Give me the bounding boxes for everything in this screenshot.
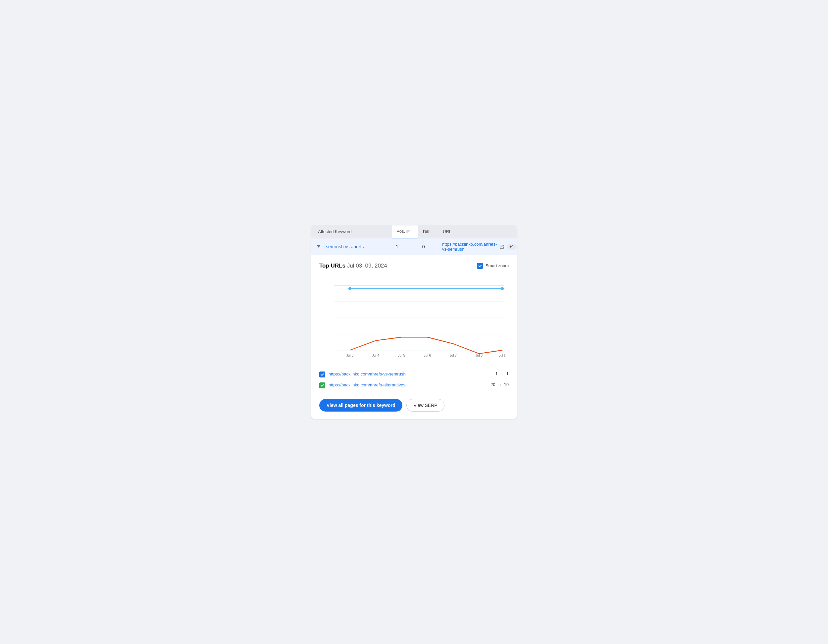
view-all-pages-button[interactable]: View all pages for this keyword [319, 399, 402, 412]
arrow-right-icon-1: → [500, 371, 504, 376]
smart-zoom-control[interactable]: Smart zoom [477, 263, 509, 269]
legend-pos-2: 20 → 19 [491, 382, 509, 387]
svg-text:Jul 4: Jul 4 [372, 353, 379, 357]
chart-title-row: Top URLs Jul 03–09, 2024 Smart zoom [319, 263, 509, 269]
svg-point-17 [348, 287, 351, 290]
legend-checkbox-green[interactable] [319, 382, 325, 389]
sort-icon [406, 230, 410, 232]
svg-text:Jul 7: Jul 7 [449, 353, 457, 357]
svg-text:Jul 3: Jul 3 [346, 353, 353, 357]
expand-cell[interactable] [311, 245, 326, 248]
svg-text:Jul 9: Jul 9 [499, 353, 505, 357]
svg-text:Jul 5: Jul 5 [398, 353, 405, 357]
legend-item-2: https://backlinko.com/ahrefs-alternative… [319, 382, 509, 389]
url-link[interactable]: https://backlinko.com/ahrefs-vs-semrush [442, 242, 497, 252]
extra-urls-badge[interactable]: +1 [507, 244, 517, 250]
chart-section: Top URLs Jul 03–09, 2024 Smart zoom 0 5 … [311, 255, 517, 367]
legend-section: https://backlinko.com/ahrefs-vs-semrush … [311, 367, 517, 389]
main-card: Affected Keyword Pos. Diff URL semrush v… [311, 226, 517, 419]
external-link-icon [499, 244, 504, 249]
legend-pos-1: 1 → 1 [496, 371, 509, 376]
smart-zoom-checkbox[interactable] [477, 263, 483, 269]
pos-col-header[interactable]: Pos. [392, 226, 418, 238]
table-row: semrush vs ahrefs 1 0 https://backlinko.… [311, 238, 517, 255]
svg-point-18 [501, 287, 504, 290]
keyword-col-header: Affected Keyword [311, 226, 392, 237]
svg-text:Jul 6: Jul 6 [423, 353, 431, 357]
diff-col-header: Diff [418, 226, 438, 237]
smart-zoom-label: Smart zoom [486, 263, 509, 268]
chevron-down-icon [317, 245, 320, 248]
legend-item-1: https://backlinko.com/ahrefs-vs-semrush … [319, 371, 509, 378]
chart-area: 0 5 10 15 20 Jul 3 Jul 4 Jul 5 Jul 6 Jul… [331, 275, 505, 361]
chart-date-range: Jul 03–09, 2024 [347, 263, 387, 269]
legend-checkbox-blue[interactable] [319, 371, 325, 378]
chart-title: Top URLs Jul 03–09, 2024 [319, 263, 387, 269]
chart-svg: 0 5 10 15 20 Jul 3 Jul 4 Jul 5 Jul 6 Jul… [331, 275, 505, 361]
url-cell: https://backlinko.com/ahrefs-vs-semrush … [442, 242, 517, 252]
position-value: 1 [396, 244, 422, 249]
view-serp-button[interactable]: View SERP [406, 399, 444, 412]
url-col-header: URL [438, 226, 517, 237]
arrow-right-icon-2: → [497, 382, 502, 387]
keyword-value[interactable]: semrush vs ahrefs [326, 244, 396, 249]
legend-url-1[interactable]: https://backlinko.com/ahrefs-vs-semrush [329, 371, 488, 377]
buttons-row: View all pages for this keyword View SER… [311, 393, 517, 419]
diff-value: 0 [422, 244, 442, 249]
table-header: Affected Keyword Pos. Diff URL [311, 226, 517, 238]
legend-url-2[interactable]: https://backlinko.com/ahrefs-alternative… [329, 382, 483, 388]
